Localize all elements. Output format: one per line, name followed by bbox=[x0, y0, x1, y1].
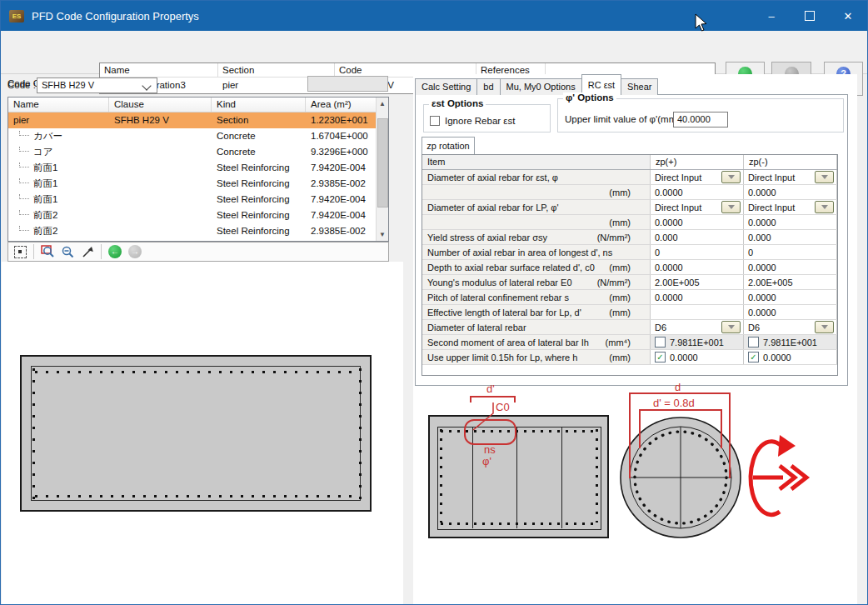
value-cell[interactable]: 0.0000 bbox=[651, 260, 744, 274]
tree-connector-icon bbox=[19, 147, 29, 152]
dropdown-cell[interactable]: Direct Input bbox=[744, 170, 837, 184]
value-cell[interactable]: 0.0000 bbox=[651, 185, 744, 199]
dropdown-cell[interactable]: Direct Input bbox=[651, 170, 744, 184]
maximize-button[interactable] bbox=[791, 1, 829, 31]
section-view-canvas[interactable] bbox=[2, 262, 403, 605]
view-toolbar: ← → bbox=[7, 242, 389, 262]
checkbox-value-cell[interactable]: 7.9811E+001 bbox=[651, 335, 744, 349]
code-dropdown[interactable]: SFHB H29 V bbox=[37, 78, 157, 93]
rc-table-row: Yield stress of axial rebar σsy(N/mm²)0.… bbox=[422, 230, 837, 245]
tree-row[interactable]: 前面2Steel Reinforcing2.9385E-002 bbox=[8, 223, 388, 239]
tree-col-name[interactable]: Name bbox=[8, 98, 109, 112]
value-cell[interactable]: 0.0000 bbox=[744, 185, 837, 199]
tab-shear[interactable]: Shear bbox=[621, 78, 658, 95]
window-title: PFD Code Configuration Propertys bbox=[32, 10, 199, 22]
checkbox-value-cell[interactable]: ✓0.0000 bbox=[651, 350, 744, 364]
zoom-out-button[interactable] bbox=[59, 243, 76, 260]
rc-table-row: Number of axial rebar in area of longest… bbox=[422, 245, 837, 260]
tree-connector-icon bbox=[19, 162, 29, 168]
title-bar: ES PFD Code Configuration Propertys – ✕ bbox=[1, 1, 867, 31]
minimize-button[interactable]: – bbox=[752, 1, 791, 31]
value-cell[interactable]: 0 bbox=[651, 245, 744, 259]
scrollbar-thumb[interactable] bbox=[377, 118, 388, 208]
fit-icon bbox=[14, 246, 27, 258]
view-forward-button[interactable]: → bbox=[127, 243, 143, 260]
rect-section-figure bbox=[20, 355, 372, 512]
dropdown-button[interactable] bbox=[815, 321, 834, 333]
tab-zp-rotation[interactable]: zp rotation bbox=[422, 137, 475, 154]
value-cell[interactable]: 0.0000 bbox=[744, 305, 837, 319]
value-cell[interactable]: 0.0000 bbox=[651, 215, 744, 229]
value-cell[interactable]: 0.0000 bbox=[744, 215, 837, 229]
ignore-rebar-est-checkbox[interactable] bbox=[430, 116, 440, 126]
item-cell: Pitch of lateral confinement rebar s(mm) bbox=[422, 290, 651, 304]
value-cell[interactable]: 0.0000 bbox=[744, 260, 837, 274]
scroll-up-icon[interactable]: ▲ bbox=[377, 98, 388, 110]
tab-bd[interactable]: bd bbox=[476, 78, 500, 95]
value-cell[interactable]: 0.0000 bbox=[744, 290, 837, 304]
value-cell[interactable]: 2.00E+005 bbox=[651, 275, 744, 289]
dropdown-button[interactable] bbox=[721, 171, 741, 183]
section-tree: Name Clause Kind Area (m²) pierSFHB H29 … bbox=[7, 97, 389, 242]
item-cell: (mm) bbox=[422, 215, 651, 229]
tree-row[interactable]: pierSFHB H29 VSection1.2230E+001 bbox=[8, 112, 388, 128]
dropdown-cell[interactable] bbox=[651, 305, 744, 319]
checkbox[interactable]: ✓ bbox=[655, 352, 666, 362]
rc-table-row: Diameter of axial rebar for LP, φ'Direct… bbox=[422, 200, 837, 215]
dropdown-button[interactable] bbox=[721, 321, 741, 333]
tree-row[interactable]: カバーConcrete1.6704E+000 bbox=[8, 128, 388, 144]
tree-header: Name Clause Kind Area (m²) bbox=[8, 98, 388, 112]
checkbox-value-cell[interactable]: ✓0.0000 bbox=[744, 350, 837, 364]
tree-cell-name: コア bbox=[8, 144, 109, 160]
d-prime-label: d' bbox=[486, 382, 495, 395]
rc-table-row: (mm)0.00000.0000 bbox=[422, 185, 837, 200]
tree-row[interactable]: 前面1Steel Reinforcing7.9420E-004 bbox=[8, 192, 388, 208]
checkbox[interactable]: ✓ bbox=[748, 352, 759, 362]
item-cell: Use upper limit 0.15h for Lp, where h(mm… bbox=[422, 350, 651, 364]
col-zp-minus: zp(-) bbox=[744, 155, 837, 169]
tree-col-area[interactable]: Area (m²) bbox=[306, 98, 377, 112]
rc-table-row: (mm)0.00000.0000 bbox=[422, 215, 837, 230]
dropdown-cell[interactable]: D6 bbox=[744, 320, 837, 334]
value-cell[interactable]: 0 bbox=[744, 245, 837, 259]
tree-row[interactable]: コアConcrete9.3296E+000 bbox=[8, 144, 388, 160]
tree-col-kind[interactable]: Kind bbox=[212, 98, 306, 112]
zoom-window-button[interactable] bbox=[39, 243, 56, 260]
view-back-button[interactable]: ← bbox=[107, 243, 123, 260]
phi-prime-label: φ' bbox=[482, 455, 491, 468]
tree-row[interactable]: 前面1Steel Reinforcing7.9420E-004 bbox=[8, 160, 388, 176]
scroll-down-icon[interactable]: ▼ bbox=[377, 228, 388, 241]
d-prime-eq-label: d' = 0.8d bbox=[653, 397, 695, 409]
dropdown-cell[interactable]: Direct Input bbox=[744, 200, 837, 214]
dropdown-cell[interactable]: Direct Input bbox=[651, 200, 744, 214]
checkbox[interactable] bbox=[748, 337, 759, 348]
ignore-rebar-est-label: Ignore Rebar εst bbox=[445, 116, 515, 126]
item-cell: Number of axial rebar in area of longest… bbox=[422, 245, 651, 259]
tree-cell-name: pier bbox=[8, 112, 109, 128]
close-icon: ✕ bbox=[844, 10, 853, 22]
checkbox-value-cell[interactable]: 7.9811E+001 bbox=[744, 335, 837, 349]
value-cell[interactable]: 0.0000 bbox=[651, 290, 744, 304]
checkbox[interactable] bbox=[655, 337, 666, 348]
pan-button[interactable] bbox=[79, 243, 96, 260]
tab-calc-setting[interactable]: Calc Setting bbox=[415, 78, 477, 95]
c0-label: C0 bbox=[496, 401, 510, 413]
value-cell[interactable]: 0.000 bbox=[744, 230, 837, 244]
item-cell: Second moment of area of lateral bar Ih(… bbox=[422, 335, 651, 349]
dropdown-cell[interactable]: D6 bbox=[651, 320, 744, 334]
tree-scrollbar[interactable]: ▲ ▼ bbox=[376, 98, 388, 241]
tree-row[interactable]: 前面2Steel Reinforcing7.9420E-004 bbox=[8, 208, 388, 223]
chevron-down-icon bbox=[728, 325, 735, 329]
close-button[interactable]: ✕ bbox=[829, 1, 867, 31]
tree-col-clause[interactable]: Clause bbox=[109, 98, 212, 112]
value-cell[interactable]: 2.00E+005 bbox=[744, 275, 837, 289]
dropdown-button[interactable] bbox=[815, 171, 834, 183]
fit-view-button[interactable] bbox=[12, 243, 28, 260]
dropdown-button[interactable] bbox=[815, 201, 834, 213]
dropdown-button[interactable] bbox=[721, 201, 741, 213]
tree-row[interactable]: 前面1Steel Reinforcing2.9385E-002 bbox=[8, 176, 388, 192]
rc-table-row: Pitch of lateral confinement rebar s(mm)… bbox=[422, 290, 837, 305]
section-tree-rows: pierSFHB H29 VSection1.2230E+001カバーConcr… bbox=[8, 112, 388, 242]
phi-upper-limit-input[interactable]: 40.0000 bbox=[673, 112, 728, 128]
value-cell[interactable]: 0.000 bbox=[651, 230, 744, 244]
